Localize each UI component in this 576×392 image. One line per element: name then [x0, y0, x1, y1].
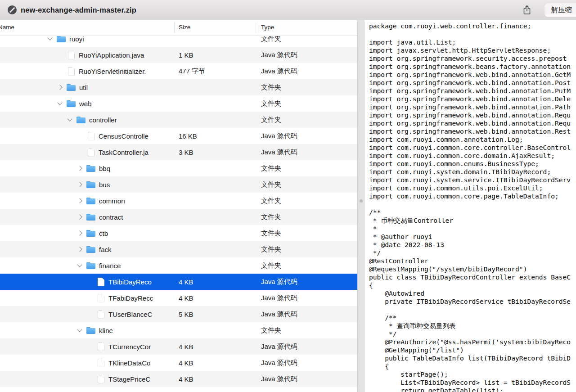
zip-file-icon — [8, 5, 17, 14]
extract-button[interactable]: 解压缩 — [544, 3, 576, 17]
file-type: 文件夹 — [261, 213, 281, 221]
tree-row-bus[interactable]: bus 文件夹 — [0, 176, 357, 193]
file-type: 文件夹 — [261, 326, 281, 335]
tree-row-tfabidayrecc[interactable]: TFabiDayRecc 4 KB Java 源代码 — [0, 290, 357, 306]
file-name: ruoyi — [69, 35, 84, 43]
titlebar: new-exchange-admin-master.zip 解压缩 — [0, 0, 576, 20]
file-type: Java 源代码 — [261, 132, 297, 140]
chevron-down-icon — [77, 327, 82, 332]
file-icon — [98, 278, 104, 286]
tree-row-tstagepricec[interactable]: TStagePriceC 4 KB Java 源代码 — [0, 371, 357, 387]
file-icon — [88, 132, 94, 140]
file-name: CensusControlle — [99, 132, 148, 140]
file-name: controller — [89, 116, 117, 124]
splitter-handle[interactable] — [360, 199, 363, 203]
chevron-slot[interactable] — [56, 98, 67, 109]
file-size: 4 KB — [179, 278, 194, 286]
share-icon[interactable] — [521, 4, 533, 16]
file-type: 文件夹 — [261, 99, 281, 108]
tree-row-ruoyiapplication-java[interactable]: RuoYiApplication.java 1 KB Java 源代码 — [0, 47, 357, 63]
file-type: Java 源代码 — [261, 342, 297, 351]
chevron-right-icon — [77, 198, 82, 203]
tree-row-fack[interactable]: fack 文件夹 — [0, 241, 357, 257]
chevron-slot[interactable] — [76, 195, 86, 206]
chevron-slot[interactable] — [76, 244, 86, 255]
tree-row-taskcontroller-ja[interactable]: TaskController.ja 3 KB Java 源代码 — [0, 144, 357, 160]
chevron-slot[interactable] — [76, 260, 86, 271]
folder-icon — [86, 181, 95, 189]
code-preview-panel[interactable]: package com.ruoyi.web.controller.finance… — [364, 20, 576, 392]
folder-icon — [57, 35, 66, 43]
file-icon — [98, 342, 104, 351]
file-icon — [98, 375, 104, 383]
file-name: TKlineDataCo — [108, 359, 150, 367]
file-name: finance — [99, 262, 121, 270]
file-size: 477 字节 — [179, 67, 205, 76]
file-icon — [68, 51, 75, 59]
file-size: 5 KB — [179, 311, 194, 318]
tree-row-censuscontrolle[interactable]: CensusControlle 16 KB Java 源代码 — [0, 128, 357, 144]
chevron-right-icon — [77, 166, 82, 171]
chevron-slot[interactable] — [76, 325, 86, 336]
chevron-right-icon — [77, 230, 82, 235]
file-name: TStagePriceC — [108, 375, 150, 383]
chevron-down-icon — [77, 262, 82, 267]
chevron-slot[interactable] — [76, 179, 86, 190]
tree-row-ctb[interactable]: ctb 文件夹 — [0, 225, 357, 241]
file-name: common — [99, 197, 125, 205]
tree-row-util[interactable]: util 文件夹 — [0, 79, 357, 95]
file-name: TUserBlanceC — [108, 311, 153, 318]
file-name: RuoYiServletInitializer. — [79, 68, 146, 75]
tree-row-controller[interactable]: controller 文件夹 — [0, 112, 357, 128]
tree-row-web[interactable]: web 文件夹 — [0, 95, 357, 112]
chevron-right-icon — [77, 214, 82, 219]
window-title: new-exchange-admin-master.zip — [21, 6, 136, 14]
folder-icon — [86, 165, 95, 172]
tree-row-common[interactable]: common 文件夹 — [0, 193, 357, 209]
file-name: util — [79, 84, 88, 91]
tree-row-tklinedataco[interactable]: TKlineDataCo 4 KB Java 源代码 — [0, 355, 357, 371]
file-name: bbq — [99, 165, 110, 172]
column-header-type[interactable]: Type — [261, 24, 274, 31]
file-type: Java 源代码 — [261, 148, 297, 157]
share-icon-glyph — [522, 5, 531, 15]
file-type: Java 源代码 — [261, 278, 297, 286]
folder-icon — [86, 246, 95, 253]
chevron-slot[interactable] — [66, 114, 76, 125]
folder-icon — [86, 197, 95, 205]
chevron-slot[interactable] — [56, 82, 67, 93]
tree-row-ruoyiservletinitializer-[interactable]: RuoYiServletInitializer. 477 字节 Java 源代码 — [0, 63, 357, 79]
folder-icon — [76, 116, 86, 124]
folder-icon — [67, 84, 76, 91]
pane-splitter[interactable] — [357, 20, 364, 392]
file-name: TFabiDayRecc — [108, 294, 153, 302]
tree-row-bbq[interactable]: bbq 文件夹 — [0, 160, 357, 176]
file-type: 文件夹 — [261, 261, 281, 270]
file-icon — [88, 148, 94, 157]
tree-row-tuserblancec[interactable]: TUserBlanceC 5 KB Java 源代码 — [0, 306, 357, 322]
file-type: 文件夹 — [261, 116, 281, 124]
tree-row-contract[interactable]: contract 文件夹 — [0, 209, 357, 225]
chevron-down-icon — [67, 116, 72, 121]
file-size: 1 KB — [179, 51, 194, 59]
chevron-slot[interactable] — [76, 163, 86, 174]
chevron-slot[interactable] — [76, 212, 86, 222]
column-divider[interactable] — [174, 23, 175, 33]
file-type: Java 源代码 — [261, 51, 297, 59]
file-name: ctb — [99, 230, 108, 237]
file-type: 文件夹 — [261, 180, 281, 189]
tree-row-kline[interactable]: kline 文件夹 — [0, 322, 357, 338]
folder-icon — [86, 213, 95, 221]
chevron-slot[interactable] — [76, 228, 86, 239]
column-divider[interactable] — [256, 23, 256, 33]
tree-row-tbibidayreco[interactable]: TBibiDayReco 4 KB Java 源代码 — [0, 274, 357, 290]
column-header-size[interactable]: Size — [179, 24, 190, 31]
file-name: TCurrencyCor — [108, 343, 151, 351]
tree-row-finance[interactable]: finance 文件夹 — [0, 257, 357, 274]
file-name: bus — [99, 181, 110, 189]
tree-row-tcurrencycor[interactable]: TCurrencyCor 4 KB Java 源代码 — [0, 338, 357, 355]
column-header-name[interactable]: Name — [0, 24, 14, 31]
file-icon — [68, 67, 75, 76]
file-type: Java 源代码 — [261, 294, 297, 302]
file-list-panel: ruoyi 文件夹 RuoYiApplication.java 1 KB Jav… — [0, 20, 357, 392]
